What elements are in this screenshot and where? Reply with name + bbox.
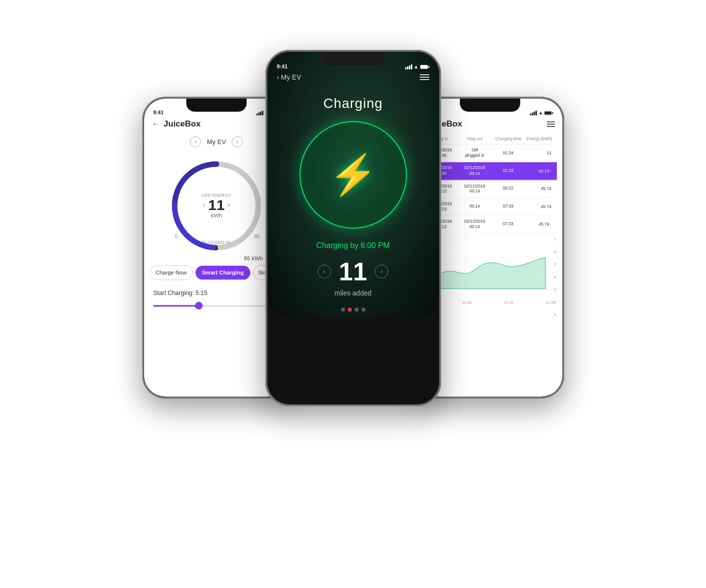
th-plugout: Plug-out	[458, 136, 491, 141]
y-label-4: 4	[554, 275, 556, 279]
y-label-2: 2	[554, 300, 556, 304]
td-plugout-3: 02/12/201900:14	[458, 183, 491, 194]
energy-chart	[423, 237, 557, 298]
gauge-center: ADD ENERGY ‹ 11 › kWh	[201, 193, 231, 219]
signal-icon-left	[256, 110, 263, 115]
right-menu-line-3	[546, 126, 555, 127]
miles-label: miles added	[267, 289, 439, 302]
notch-right	[460, 99, 520, 112]
y-label-5: 5	[554, 262, 556, 267]
wifi-icon-center: ▲	[414, 64, 419, 69]
status-icons-right: ▲	[530, 110, 553, 115]
gauge-increase-btn[interactable]: ›	[227, 201, 230, 209]
td-time-3: 06:22	[492, 186, 524, 191]
signal-icon-right	[530, 110, 536, 115]
lightning-circle: ⚡	[300, 121, 407, 229]
charge-now-button[interactable]: Charge Now	[150, 265, 193, 280]
charging-by-text: Charging by 6:00 PM	[267, 233, 439, 254]
menu-line-3	[420, 79, 429, 80]
notch-center	[321, 52, 385, 65]
td-energy-4: 45.74	[525, 204, 553, 209]
table-row[interactable]: 01/12/201901:13 02/12/201900:14 06:22 45…	[423, 180, 557, 198]
time-center: 9:41	[277, 63, 288, 69]
table-row[interactable]: 01/12/201900:05 02/12/201900:14 01:33 42…	[423, 162, 557, 180]
miles-value: 11	[339, 259, 367, 284]
center-menu-btn[interactable]	[420, 74, 429, 80]
dot-2	[348, 308, 352, 312]
gauge-decrease-btn[interactable]: ‹	[203, 201, 205, 209]
x-label-4: 22:30	[545, 300, 555, 305]
charging-title: Charging	[267, 86, 439, 116]
slider-container[interactable]	[153, 301, 279, 310]
chart-fill	[425, 257, 545, 289]
dot-3	[355, 308, 359, 312]
td-time-5: 07:33	[492, 222, 524, 227]
back-button-left[interactable]: ←	[151, 119, 160, 129]
gauge-kwh-value: 11	[208, 197, 225, 212]
signal-icon-center	[405, 64, 412, 69]
miles-section: ‹ 11 ›	[267, 254, 439, 289]
center-back-btn[interactable]: ‹ My EV	[277, 73, 301, 81]
x-label-2: 21:30	[462, 300, 471, 305]
juicebox-title-left: JuiceBox	[163, 119, 200, 129]
right-menu-btn[interactable]	[546, 121, 555, 126]
menu-line-2	[420, 77, 429, 78]
ev-nav-right-btn[interactable]: ›	[231, 136, 242, 147]
td-time-2: 01:33	[492, 168, 524, 174]
chevron-right-icon-2: ›	[550, 222, 551, 227]
table-header-row: Plug-in Plug-out Charging time Energy (k…	[423, 133, 557, 145]
phone-center: 9:41 ▲	[265, 50, 441, 406]
gauge-zero-label: 0	[174, 234, 177, 239]
ev-nav-left-icon: ‹	[194, 139, 196, 145]
time-left: 9:41	[153, 110, 163, 115]
notch-left	[186, 99, 247, 112]
th-energy: Energy (kWh)	[525, 136, 553, 141]
table-row[interactable]: 02/12/201901:13 02/12/201900:14 07:33 45…	[423, 216, 557, 233]
chart-x-labels: :00 21:30 22:00 22:30	[423, 299, 557, 304]
table-row[interactable]: 01/12/201901:13 00:14 07:33 45.74	[423, 198, 557, 215]
ev-nav-left-btn[interactable]: ‹	[190, 136, 201, 147]
td-energy-2: 42.13›	[525, 168, 553, 173]
smart-charging-button[interactable]: Smart Charging	[195, 266, 250, 280]
gauge-value-row: ‹ 11 ›	[203, 197, 230, 212]
td-time-1: 01:34	[492, 150, 524, 156]
x-label-3: 22:00	[504, 300, 513, 305]
y-label-6: 6	[554, 250, 556, 254]
miles-decrease-btn[interactable]: ‹	[318, 265, 331, 278]
miles-increase-btn[interactable]: ›	[375, 265, 388, 278]
ev-nav-right-icon: ›	[236, 139, 237, 145]
dots-row	[267, 302, 439, 317]
screen-center: 9:41 ▲	[267, 52, 439, 317]
chevron-right-icon: ›	[550, 169, 551, 173]
td-plugout-4: 00:14	[458, 204, 491, 209]
td-energy-5: 45.74›	[525, 222, 553, 227]
dot-4	[362, 308, 365, 312]
th-time: Charging time	[492, 136, 524, 141]
lightning-bolt-icon: ⚡	[329, 155, 378, 194]
battery-icon-center	[420, 65, 429, 69]
gauge-unit: kWh	[211, 212, 222, 219]
slider-track	[153, 305, 279, 306]
td-time-4: 07:33	[492, 204, 524, 209]
lightning-container: ‹ ⚡ ›	[267, 121, 439, 229]
y-label-3: 3	[554, 287, 556, 292]
status-icons-center: ▲	[405, 64, 429, 69]
slider-thumb[interactable]	[195, 302, 202, 309]
table-row[interactable]: 01/12/201920:46 Stillplugged in 01:34 11	[423, 145, 557, 162]
wifi-icon-right: ▲	[538, 110, 542, 115]
right-menu-line-1	[546, 121, 555, 122]
gauge-plugged-label: PLUGGED-IN	[202, 240, 231, 245]
td-plugout-2: 02/12/201900:14	[458, 166, 491, 176]
chart-y-labels: 7 6 5 4 3 2 0	[554, 237, 556, 316]
y-label-0: 0	[554, 313, 556, 317]
ev-name: My EV	[207, 138, 226, 146]
phones-container: 9:41 ▲	[133, 50, 573, 538]
menu-line-1	[420, 74, 429, 75]
y-label-7: 7	[554, 237, 556, 242]
td-plugout-1: Stillplugged in	[458, 148, 491, 159]
right-menu-line-2	[546, 124, 555, 125]
td-energy-1: 11	[525, 151, 553, 156]
td-plugout-5: 02/12/201900:14	[458, 219, 491, 230]
slider-fill	[153, 305, 197, 306]
start-charging-label: Start Charging: 5:15	[153, 290, 279, 296]
